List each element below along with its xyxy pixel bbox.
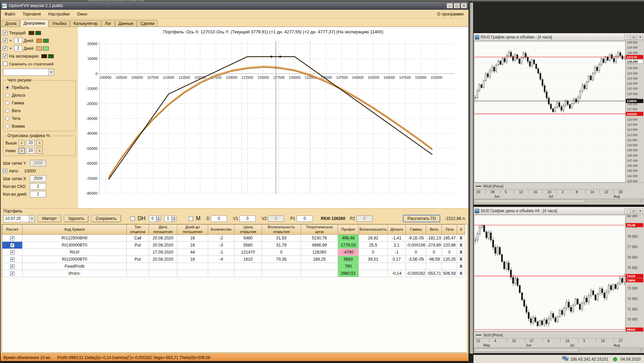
- menu-item-0[interactable]: Файл: [1, 10, 19, 18]
- m-checkbox[interactable]: [189, 217, 193, 221]
- tab-log[interactable]: Лог: [101, 20, 114, 27]
- curve-checkbox[interactable]: [3, 38, 7, 43]
- tab-deals[interactable]: Сделки: [137, 20, 158, 27]
- grid-x-input[interactable]: 2500: [30, 175, 46, 182]
- d-input[interactable]: 0: [211, 216, 227, 222]
- compare-strategy-row[interactable]: Сравнить со стратегией: [3, 60, 76, 68]
- row-delete-button[interactable]: X: [457, 256, 465, 263]
- scrollbar-thumb[interactable]: [475, 349, 579, 352]
- siu0-scrollbar[interactable]: [474, 348, 644, 353]
- background-scrollbar[interactable]: [469, 3, 473, 354]
- decrease-button[interactable]: <: [18, 148, 25, 154]
- row-delete-button[interactable]: X: [457, 270, 465, 277]
- row-checkbox[interactable]: [10, 271, 14, 276]
- row-checkbox[interactable]: [10, 264, 14, 269]
- v2-input[interactable]: 0: [268, 216, 284, 222]
- row-calc-cell[interactable]: [2, 263, 23, 270]
- menu-item-1[interactable]: Торговля: [19, 10, 44, 18]
- spin-down-button[interactable]: ▼: [156, 219, 161, 222]
- row-delete-button[interactable]: X: [457, 235, 465, 242]
- close-button[interactable]: ✕: [461, 3, 467, 8]
- draw-option-3[interactable]: Вега: [5, 107, 73, 114]
- tab-data[interactable]: Данные: [115, 20, 137, 27]
- increase-button[interactable]: >: [36, 148, 43, 154]
- tab-smile[interactable]: Улыбка: [49, 20, 70, 27]
- row-delete-button[interactable]: X: [457, 242, 465, 249]
- row-checkbox[interactable]: [10, 236, 14, 240]
- pl-chart[interactable]: 20000100000-10000-20000-30000-40000-5000…: [78, 35, 466, 205]
- draw-option-0[interactable]: Прибыль: [5, 84, 73, 91]
- strategy-dropdown[interactable]: [3, 69, 54, 76]
- draw-option-5[interactable]: Вомма: [5, 122, 73, 130]
- sko-count-input[interactable]: 2: [30, 183, 46, 190]
- increase-button[interactable]: >: [36, 140, 43, 146]
- riu0-scrollbar[interactable]: [474, 199, 644, 204]
- spin-up-button[interactable]: ▲: [172, 216, 177, 219]
- p2-input[interactable]: 0: [356, 216, 373, 222]
- chevron-down-icon[interactable]: [48, 69, 54, 75]
- draw-option-2[interactable]: Гамма: [5, 99, 73, 107]
- grid-y-input[interactable]: 1000: [30, 160, 46, 166]
- maximize-button[interactable]: ▢: [631, 35, 637, 40]
- menu-item-2[interactable]: Настройки: [44, 10, 73, 18]
- p1-input[interactable]: 0: [297, 216, 313, 222]
- minimize-button[interactable]: ─: [624, 35, 630, 40]
- calc-go-button[interactable]: Рассчитать ГО: [403, 215, 440, 222]
- riu0-titlebar[interactable]: RIU0 График цены и объёма - [4 часа] ─ ▢…: [474, 33, 644, 41]
- close-button[interactable]: ✕: [637, 208, 643, 213]
- days-count-input[interactable]: 1: [30, 191, 46, 197]
- draw-option-4[interactable]: Тета: [5, 114, 73, 122]
- spin-down-button[interactable]: ▼: [172, 219, 177, 222]
- percent-value[interactable]: 20: [27, 148, 35, 154]
- row-calc-cell[interactable]: [2, 249, 23, 256]
- row-calc-cell[interactable]: [2, 242, 23, 249]
- maximize-button[interactable]: ▢: [454, 3, 460, 8]
- portfolio-date-dropdown[interactable]: 10.07.20: [3, 215, 35, 222]
- decrease-button[interactable]: <: [18, 140, 25, 146]
- days-offset-input[interactable]: 2: [14, 45, 22, 51]
- delete-button[interactable]: Удалить: [64, 215, 89, 222]
- maximize-button[interactable]: ▢: [631, 208, 637, 213]
- save-button[interactable]: Сохранить: [91, 215, 121, 222]
- row-calc-cell[interactable]: [2, 256, 23, 263]
- siu0-titlebar[interactable]: SiU0 График цены и объёма #4 - [4 часа] …: [474, 207, 644, 215]
- curve-checkbox[interactable]: [3, 46, 7, 51]
- close-button[interactable]: ✕: [637, 35, 643, 40]
- minimize-button[interactable]: ─: [624, 208, 630, 213]
- row-calc-cell[interactable]: [2, 235, 23, 242]
- siu0-price-chart[interactable]: 80 00079 00078 00077 00076 00075 00074 0…: [474, 215, 644, 331]
- axis-date-label: 19: [565, 339, 569, 343]
- chevron-down-icon[interactable]: [29, 216, 35, 222]
- network-icon[interactable]: [562, 356, 568, 362]
- menu-about[interactable]: О программе: [432, 10, 468, 18]
- curve-checkbox[interactable]: [3, 31, 7, 35]
- spinner-value[interactable]: 0: [149, 216, 156, 222]
- row-delete-button[interactable]: X: [457, 263, 465, 270]
- tab-diagram[interactable]: Диаграмма: [20, 20, 48, 27]
- compare-checkbox[interactable]: [3, 62, 7, 66]
- v1-input[interactable]: 0: [239, 216, 256, 222]
- titlebar[interactable]: OptionFVV версия 2.1 public ─ ▢ ✕: [1, 2, 468, 10]
- row-checkbox[interactable]: [10, 257, 14, 262]
- draw-option-1[interactable]: Дельта: [5, 91, 73, 99]
- row-delete-button[interactable]: X: [457, 249, 465, 256]
- menu-item-3[interactable]: Окно: [73, 10, 91, 18]
- tab-calculator[interactable]: Калькулятор: [70, 20, 101, 27]
- status-dot-icon[interactable]: [613, 357, 617, 361]
- dh-checkbox[interactable]: [130, 217, 135, 221]
- svg-text:-10000: -10000: [86, 87, 98, 91]
- import-button[interactable]: Импорт: [38, 215, 61, 222]
- spin-up-button[interactable]: ▲: [156, 216, 161, 219]
- curve-checkbox[interactable]: [3, 54, 7, 58]
- riu0-price-chart[interactable]: 130 000129 000128 000127 000126 000125 0…: [474, 41, 644, 183]
- spinner-value[interactable]: 1: [164, 216, 172, 222]
- row-checkbox[interactable]: [10, 250, 14, 255]
- scrollbar-thumb[interactable]: [475, 200, 585, 203]
- tab-board[interactable]: Доска: [2, 20, 20, 27]
- row-checkbox[interactable]: [10, 243, 14, 248]
- percent-value[interactable]: 20: [27, 140, 35, 146]
- auto-checkbox[interactable]: [3, 169, 7, 173]
- minimize-button[interactable]: ─: [447, 3, 453, 8]
- row-calc-cell[interactable]: [2, 270, 23, 277]
- days-offset-input[interactable]: 1: [14, 38, 22, 43]
